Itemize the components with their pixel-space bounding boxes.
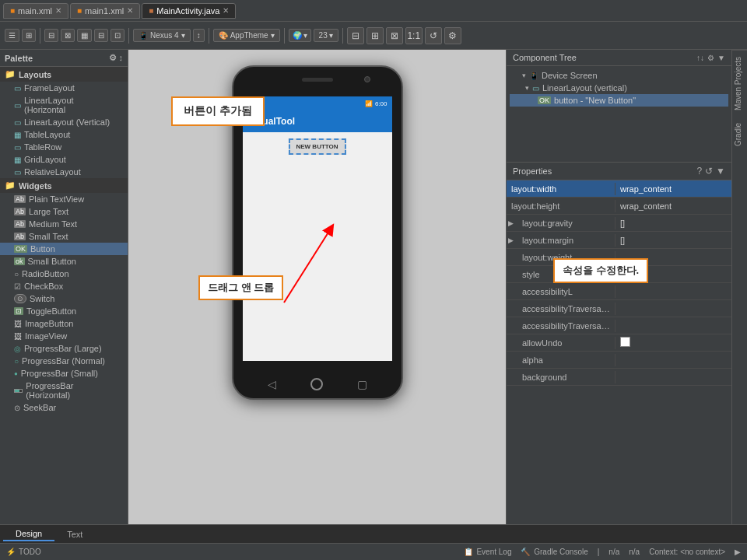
toolbar-icon-btn2[interactable]: ⊠ [61,29,75,42]
palette-item-relativelayout[interactable]: ▭ RelativeLayout [0,166,128,178]
palette-sort-icon[interactable]: ↕ [119,53,124,63]
allow-undo-checkbox[interactable] [620,337,630,347]
event-log-btn[interactable]: 📋 Event Log [464,548,512,556]
prop-row-background[interactable]: background [507,369,731,386]
palette-item-button[interactable]: OK Button [0,243,128,255]
palette-item-radiobutton[interactable]: ○ RadioButton [0,268,128,280]
theme-selector[interactable]: 🎨 AppTheme ▾ [213,29,280,42]
zoom-in-btn[interactable]: ⊞ [366,27,384,44]
palette-item-medium-text[interactable]: Ab Medium Text [0,218,128,230]
toolbar-icon-btn5[interactable]: ⊡ [110,29,124,42]
tab-text[interactable]: Text [54,528,95,541]
palette-item-progressbar-horizontal[interactable]: ProgressBar (Horizontal) [0,380,128,401]
palette-item-tablelayout[interactable]: ▦ TableLayout [0,128,128,141]
theme-icon: 🎨 [219,31,228,40]
maven-panel-tab[interactable]: Maven Projects [732,50,747,117]
toolbar-layout-btn2[interactable]: ⊞ [22,29,36,42]
fit-screen-btn[interactable]: ⊠ [386,27,403,44]
toolbar-icon-btn4[interactable]: ⊟ [94,29,108,42]
device-screen-label: Device Screen [542,71,598,80]
palette-item-progressbar-small[interactable]: ● ProgressBar (Small) [0,367,128,380]
toolbar-icon-btn1[interactable]: ⊟ [44,29,58,42]
nav-recent-icon[interactable]: ▢ [357,378,367,390]
toolbar-layout-btn1[interactable]: ☰ [5,29,19,42]
gradle-console-btn[interactable]: 🔨 Gradle Console [521,548,587,556]
palette-item-switch[interactable]: ⊙ Switch [0,292,128,305]
phone-button[interactable]: NEW BUTTON [288,138,345,155]
zoom-out-btn[interactable]: ⊟ [347,27,364,44]
nav-back-icon[interactable]: ◁ [268,378,276,390]
actual-size-btn[interactable]: 1:1 [405,27,423,44]
prop-row-allow-undo[interactable]: allowUndo [507,334,731,352]
tab-close-icon[interactable]: ✕ [55,6,61,15]
tree-filter-icon[interactable]: ▼ [717,54,725,62]
palette-group-widgets[interactable]: 📁 Widgets [0,178,128,193]
gradle-console-icon: 🔨 [521,548,530,556]
prop-row-layout-height[interactable]: layout:height wrap_content [507,198,731,215]
tab-close-icon2[interactable]: ✕ [127,6,133,15]
prop-expand-gravity[interactable]: ▶ [507,218,517,229]
prop-row-style[interactable]: style 속성을 수정한다. [507,266,731,283]
palette-item-togglebutton[interactable]: ⊡ ToggleButton [0,305,128,317]
tab-mainactivity-java[interactable]: ■ MainActivity.java ✕ [142,3,236,19]
properties-help-icon[interactable]: ? [696,166,702,177]
prop-row-layout-width[interactable]: layout:width wrap_content [507,180,731,198]
palette-item-seekbar[interactable]: ⊙ SeekBar [0,401,128,414]
palette-item-small-text[interactable]: Ab Small Text [0,230,128,243]
prop-row-alpha[interactable]: alpha [507,352,731,369]
prop-row-layout-margin[interactable]: ▶ layout:margin [] [507,232,731,249]
palette-title: Palette [5,54,33,63]
prop-value-layout-height: wrap_content [615,200,731,212]
device-selector[interactable]: 📱 Nexus 4 ▾ [133,29,191,42]
palette-item-framelayout[interactable]: ▭ FrameLayout [0,82,128,94]
radio-icon: ○ [14,270,19,278]
tree-content: ▾ 📱 Device Screen ▾ ▭ LinearLayout (vert… [507,66,731,110]
palette-item-progressbar-normal[interactable]: ○ ProgressBar (Normal) [0,355,128,367]
separator: | [598,548,600,556]
palette-item-linearlayout-v[interactable]: ▭ LinearLayout (Vertical) [0,116,128,128]
linearlayout-label: LinearLayout (vertical) [542,83,627,93]
palette-item-tablerow[interactable]: ▭ TableRow [0,141,128,153]
api-selector[interactable]: 23▾ [314,29,338,42]
tree-settings-icon[interactable]: ⚙ [707,54,714,62]
prop-row-layout-gravity[interactable]: ▶ layout:gravity [] [507,215,731,232]
palette-item-linearlayout-h[interactable]: ▭ LinearLayout (Horizontal [0,94,128,116]
expand-icon[interactable]: ▶ [735,548,741,556]
prop-value-background [615,376,731,379]
palette-item-imagebutton[interactable]: 🖼 ImageButton [0,317,128,330]
phone-app-bar: VisualTool [243,110,392,132]
nav-home-icon[interactable] [310,378,323,390]
tab-main1-xml[interactable]: ■ main1.xml ✕ [70,3,140,19]
toolbar-icon-btn3[interactable]: ▦ [77,29,92,42]
palette-item-large-text[interactable]: Ab Large Text [0,205,128,218]
palette-item-small-button[interactable]: ok Small Button [0,255,128,268]
tree-item-linearlayout[interactable]: ▾ ▭ LinearLayout (vertical) [510,82,728,94]
palette-item-gridlayout[interactable]: ▦ GridLayout [0,153,128,166]
palette-item-plain-textview[interactable]: Ab Plain TextView [0,193,128,205]
prop-label-accessibility-traversal-befc: accessibilityTraversalBefc [517,320,615,332]
tab-design[interactable]: Design [3,527,54,541]
medium-text-icon: Ab [14,220,26,228]
properties-back-icon[interactable]: ↺ [705,166,713,177]
properties-filter-icon[interactable]: ▼ [716,166,725,177]
palette-settings-icon[interactable]: ⚙ [109,53,117,63]
tree-sort-icon[interactable]: ↑↓ [696,54,704,62]
palette-group-layouts[interactable]: 📁 Layouts [0,67,128,82]
orientation-btn[interactable]: ↕ [193,29,205,42]
tab-main-xml[interactable]: ■ main.xml ✕ [3,3,68,19]
tree-item-button[interactable]: OK button - "New Button" [510,94,728,107]
prop-expand-margin[interactable]: ▶ [507,235,517,246]
gradle-panel-tab[interactable]: Gradle [732,117,747,152]
prop-row-accessibility-traversal-befc[interactable]: accessibilityTraversalBefc [507,317,731,334]
palette-item-checkbox[interactable]: ☑ CheckBox [0,280,128,292]
tab-close-icon3[interactable]: ✕ [223,6,229,15]
prop-label-background: background [517,371,615,383]
tree-item-device-screen[interactable]: ▾ 📱 Device Screen [510,69,728,82]
settings-btn[interactable]: ⚙ [444,27,461,44]
locale-btn[interactable]: 🌍▾ [289,29,311,42]
palette-item-imageview[interactable]: 🖼 ImageView [0,330,128,342]
refresh-btn[interactable]: ↺ [425,27,442,44]
palette-item-progressbar-large[interactable]: ◎ ProgressBar (Large) [0,342,128,355]
prop-row-accessibility-l[interactable]: accessibilityL [507,283,731,300]
prop-row-accessibility-traversal-afte[interactable]: accessibilityTraversalAfte [507,300,731,317]
